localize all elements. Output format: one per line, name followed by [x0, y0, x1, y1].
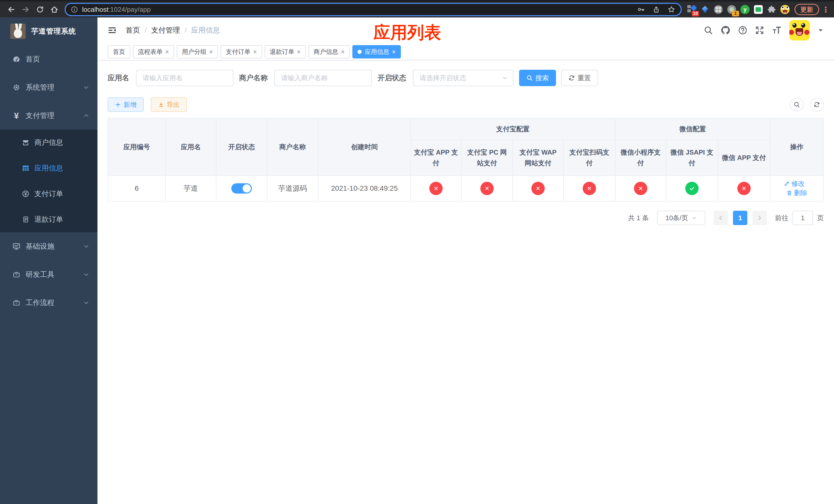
fullscreen-icon[interactable] — [755, 26, 764, 35]
tabs-bar: 首页 流程表单 用户分组 支付订单 退款订单 — [97, 43, 834, 61]
page-size-select[interactable]: 10条/页 — [657, 211, 705, 225]
browser-forward-button[interactable] — [19, 2, 33, 17]
tab-user-group[interactable]: 用户分组 — [177, 45, 218, 59]
col-alipay-wap: 支付宝 WAP 网站支付 — [513, 140, 564, 176]
bookmark-star-icon[interactable] — [667, 5, 676, 14]
reset-button[interactable]: 重置 — [561, 70, 598, 86]
tab-app-info[interactable]: 应用信息 — [352, 45, 401, 59]
enabled-switch[interactable] — [231, 183, 252, 193]
sidebar-item-pay-orders[interactable]: 支付订单 — [0, 181, 97, 207]
page-number-button[interactable]: 1 — [733, 211, 747, 225]
browser-reload-button[interactable] — [33, 2, 47, 17]
status-select[interactable]: 请选择开启状态 — [413, 70, 513, 86]
main-area: 应用列表 首页 / 支付管理 / 应用信息 — [97, 18, 834, 504]
sidebar-item-merchant-info[interactable]: 商户信息 — [0, 130, 97, 155]
prev-page-button[interactable] — [714, 211, 728, 225]
font-size-icon[interactable] — [772, 25, 782, 35]
cell-app-id: 6 — [108, 176, 166, 201]
breadcrumb-payment[interactable]: 支付管理 — [151, 25, 180, 35]
user-avatar[interactable] — [789, 20, 810, 41]
chevron-down-icon — [692, 215, 697, 221]
github-icon[interactable] — [721, 25, 730, 35]
toggle-search-button[interactable] — [790, 98, 804, 112]
status-circle-icon — [737, 182, 751, 195]
col-alipay-pc: 支付宝 PC 网站支付 — [461, 140, 513, 176]
search-button[interactable]: 搜索 — [519, 70, 556, 86]
page-unit-label: 页 — [817, 213, 824, 223]
tab-pay-orders[interactable]: 支付订单 — [221, 45, 262, 59]
sidebar-item-app-info[interactable]: 应用信息 — [0, 155, 97, 181]
site-info-icon[interactable] — [71, 6, 78, 13]
app-title: 芋道管理系统 — [31, 26, 76, 36]
sidebar-item-workflow[interactable]: 工作流程 — [0, 289, 97, 317]
address-bar[interactable]: localhost:1024/pay/app — [65, 3, 682, 16]
sidebar-item-infrastructure[interactable]: 基础设施 — [0, 232, 97, 260]
breadcrumb-current: 应用信息 — [191, 25, 220, 35]
dashboard-icon — [12, 55, 21, 63]
share-icon[interactable] — [653, 6, 660, 13]
tab-home[interactable]: 首页 — [108, 45, 130, 59]
collapse-sidebar-icon[interactable] — [108, 26, 116, 35]
merchant-name-input[interactable] — [275, 70, 372, 86]
extension-kite-icon[interactable] — [700, 5, 710, 14]
top-header: 首页 / 支付管理 / 应用信息 — [97, 18, 834, 43]
cell-alipay-qr — [564, 176, 615, 201]
cell-merchant: 芋道源码 — [267, 176, 318, 201]
sidebar-item-refund-orders[interactable]: 退款订单 — [0, 207, 97, 232]
status-circle-icon — [531, 182, 545, 195]
sidebar-item-payment[interactable]: 支付管理 — [0, 101, 97, 130]
close-tab-icon[interactable] — [253, 48, 257, 55]
merchant-name-label: 商户名称 — [239, 73, 268, 83]
status-circle-icon — [634, 182, 647, 195]
help-question-icon[interactable] — [738, 26, 747, 35]
refresh-table-button[interactable] — [810, 98, 824, 112]
export-button[interactable]: 导出 — [151, 97, 187, 112]
close-tab-icon[interactable] — [341, 48, 345, 55]
tab-merchant-info[interactable]: 商户信息 — [308, 45, 350, 59]
extensions-puzzle-icon[interactable] — [767, 5, 776, 14]
app-name-input[interactable] — [136, 70, 233, 86]
sidebar-item-label: 退款订单 — [35, 214, 63, 224]
sidebar-item-dev-tools[interactable]: 研发工具 — [0, 260, 97, 289]
password-key-icon[interactable] — [637, 5, 645, 14]
app-name-label: 应用名 — [108, 73, 129, 83]
extension-pinned-icon[interactable]: 10 — [687, 5, 697, 14]
col-app-name: 应用名 — [166, 118, 216, 176]
sidebar-item-system[interactable]: 系统管理 — [0, 73, 97, 101]
sidebar-item-home[interactable]: 首页 — [0, 45, 97, 73]
next-page-button[interactable] — [752, 211, 767, 225]
filter-form: 应用名 商户名称 开启状态 请选择开启状态 搜索 — [108, 70, 824, 86]
header-search-icon[interactable] — [704, 26, 713, 35]
col-app-id: 应用编号 — [108, 118, 166, 176]
browser-menu-icon[interactable] — [822, 5, 830, 14]
edit-link[interactable]: 修改 — [784, 179, 805, 188]
extension-emoji-icon[interactable] — [780, 5, 790, 14]
sidebar-item-label: 首页 — [26, 54, 40, 64]
close-tab-icon[interactable] — [297, 48, 301, 55]
extension-y-icon[interactable] — [740, 5, 750, 14]
extension-chat-icon[interactable] — [753, 5, 763, 14]
add-button[interactable]: 新增 — [108, 97, 144, 112]
browser-update-button[interactable]: 更新 — [794, 4, 819, 15]
sidebar-item-label: 应用信息 — [35, 163, 63, 173]
monitor-chart-icon — [12, 242, 21, 250]
chevron-down-icon — [83, 84, 89, 91]
table-toolbar: 新增 导出 — [108, 97, 824, 112]
sidebar-item-label: 研发工具 — [26, 270, 54, 279]
goto-page-input[interactable] — [792, 211, 813, 225]
tab-process-form[interactable]: 流程表单 — [133, 45, 174, 59]
goto-label: 前往 — [775, 213, 788, 223]
close-tab-icon[interactable] — [165, 48, 169, 55]
browser-back-button[interactable] — [4, 2, 19, 17]
extension-badge: 1 — [732, 11, 739, 17]
tab-refund-orders[interactable]: 退款订单 — [265, 45, 306, 59]
col-wechat-jsapi: 微信 JSAPI 支付 — [666, 140, 718, 176]
close-tab-icon[interactable] — [392, 48, 396, 55]
user-menu-caret-icon[interactable] — [818, 27, 824, 33]
close-tab-icon[interactable] — [209, 48, 213, 55]
extension-proxy-icon[interactable]: 1 — [727, 5, 737, 14]
browser-home-button[interactable] — [47, 2, 62, 17]
breadcrumb-home[interactable]: 首页 — [126, 25, 140, 35]
extension-clover-icon[interactable] — [714, 5, 723, 14]
delete-link[interactable]: 删除 — [786, 188, 807, 198]
